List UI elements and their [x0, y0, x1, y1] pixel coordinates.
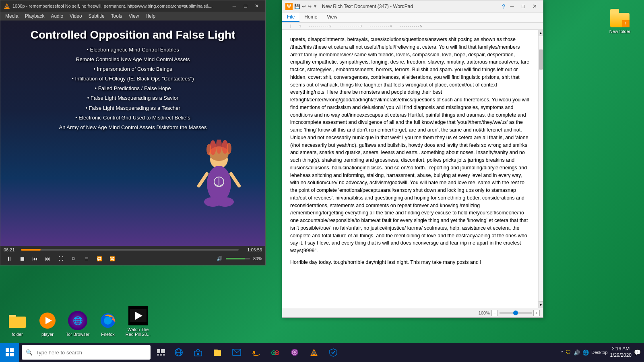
tab-file[interactable]: File [282, 12, 299, 22]
taskbar-search-bar[interactable]: 🔍 [22, 345, 151, 360]
security-icon [329, 348, 338, 357]
start-button[interactable] [0, 343, 19, 362]
wordpad-minimize-button[interactable]: ─ [507, 2, 517, 10]
svg-rect-44 [214, 350, 221, 356]
taskbar-time-display[interactable]: 2:19 AM 1/29/2020 [610, 346, 632, 358]
vlc-fullscreen-button[interactable]: ⛶ [55, 254, 66, 263]
vlc-menu-tools[interactable]: Tools [108, 12, 126, 20]
taskbar-antivirus-icon[interactable]: 🛡 [566, 349, 571, 356]
taskbar-ie-button[interactable] [169, 343, 188, 362]
taskbar-search-icon: 🔍 [26, 349, 33, 356]
svg-line-16 [231, 174, 239, 186]
vlc-menu-media[interactable]: Media [2, 12, 22, 20]
vlc-pause-button[interactable]: ⏸ [4, 254, 15, 263]
svg-point-25 [104, 317, 112, 325]
desktop-icon-firefox[interactable]: Firefox [94, 311, 122, 337]
video-icon-graphic [128, 306, 148, 325]
taskbar-explorer-button[interactable] [208, 343, 227, 362]
taskbar-mail-button[interactable] [227, 343, 246, 362]
wordpad-content[interactable]: upsets, disappointments, betrayals, cure… [282, 30, 538, 308]
video-figure [197, 140, 241, 218]
vlc-volume-bar[interactable] [226, 258, 250, 259]
new-folder-icon-desktop[interactable]: ! New folder [604, 8, 636, 34]
vlc-controls: 06:21 1:06:53 ⏸ ⏹ ⏮ ⏭ ⛶ ⧉ ☰ 🔁 🔀 🔊 [0, 246, 265, 265]
tab-home[interactable]: Home [299, 12, 322, 22]
quick-undo-icon[interactable]: ↩ [302, 4, 306, 9]
vlc-video-content: Controlled Opposition and False Light • … [0, 21, 265, 246]
vlc-progress-bar[interactable] [21, 249, 239, 251]
wordpad-help-icon[interactable]: ? [502, 3, 505, 10]
vlc-extended-button[interactable]: ⧉ [68, 254, 79, 263]
vlc-menu-video[interactable]: Video [66, 12, 85, 20]
desktop-icon-video[interactable]: Watch The Red Pill 20... [124, 306, 152, 337]
taskbar-amazon-button[interactable]: a [246, 343, 266, 362]
svg-marker-47 [259, 354, 260, 356]
bullet-3: • Impersonation of Cosmic Beings [8, 65, 257, 74]
folder-icon-label: folder [12, 332, 23, 337]
vlc-next-button[interactable]: ⏭ [42, 254, 54, 263]
ruler-content: | 1 · · · · · · · · · · 2 · · · · · · · … [282, 23, 543, 29]
taskbar-volume-icon[interactable]: 🔊 [574, 350, 580, 356]
vlc-menu-playback[interactable]: Playback [22, 12, 48, 20]
wordpad-content-wrapper: upsets, disappointments, betrayals, cure… [282, 30, 543, 308]
taskbar-action-center-icon[interactable]: 💬 [634, 349, 641, 356]
vlc-titlebar: 1080p - rememberlessfool No self, no fre… [0, 0, 265, 12]
system-tray-chevron[interactable]: ^ [561, 350, 564, 355]
bullet-2: Remote Controlled New Age Mind Control A… [8, 55, 257, 64]
zoom-plus-button[interactable]: + [533, 310, 540, 316]
svg-point-18 [216, 197, 234, 207]
zoom-percent-label: 100% [479, 311, 490, 315]
vlc-close-button[interactable]: ✕ [252, 2, 262, 10]
wordpad-close-button[interactable]: ✕ [529, 2, 540, 10]
taskbar-store-button[interactable] [188, 343, 208, 362]
quick-customize-icon[interactable]: ▼ [313, 4, 317, 8]
taskbar-date: 1/29/2020 [610, 352, 632, 359]
taskbar-search-input[interactable] [36, 350, 147, 356]
vlc-minimize-button[interactable]: ─ [229, 2, 239, 10]
vlc-menu-help[interactable]: Help [142, 12, 159, 20]
quick-save-icon[interactable]: 💾 [294, 4, 300, 9]
desktop-icon-player[interactable]: player [33, 311, 62, 337]
wordpad-scrollbar[interactable]: ▲ ▼ [538, 30, 543, 308]
vlc-title-text: 1080p - rememberlessfool No self, no fre… [12, 4, 229, 8]
vlc-menu-subtitle[interactable]: Subtitle [85, 12, 108, 20]
wordpad-title-left: W 💾 ↩ ↪ ▼ New Rich Text Document (347) -… [285, 3, 413, 10]
quick-redo-icon[interactable]: ↪ [308, 4, 312, 9]
taskbar-network-icon[interactable]: 🌐 [582, 350, 589, 356]
tab-view[interactable]: View [322, 12, 342, 22]
bullet-7: • False Light Masquerading as a Teacher [8, 104, 257, 113]
vlc-prev-button[interactable]: ⏮ [29, 254, 41, 263]
task-view-icon [157, 349, 165, 356]
taskbar-vlc-button[interactable] [304, 343, 324, 362]
vlc-menu-audio[interactable]: Audio [47, 12, 66, 20]
scroll-up-button[interactable]: ▲ [539, 30, 543, 36]
vlc-shuffle-button[interactable]: 🔀 [107, 254, 118, 263]
vlc-progress-row: 06:21 1:06:53 [4, 247, 262, 252]
taskbar-security-button[interactable] [324, 343, 343, 362]
vlc-maximize-button[interactable]: □ [240, 2, 251, 10]
zoom-minus-button[interactable]: − [491, 310, 498, 316]
vlc-playlist-button[interactable]: ☰ [81, 254, 92, 263]
scroll-track[interactable] [539, 36, 543, 301]
taskbar-desktop-label[interactable]: Desktop [591, 350, 607, 355]
desktop-icon-tor[interactable]: 🌐 Tor Browser [64, 311, 92, 337]
taskbar-tor-button[interactable] [285, 343, 304, 362]
player-icon-label: player [41, 332, 54, 337]
taskbar-tripadvisor-button[interactable] [266, 343, 285, 362]
player-icon-img [38, 311, 57, 330]
scroll-thumb[interactable] [539, 49, 543, 70]
explorer-icon [213, 348, 222, 357]
wordpad-maximize-button[interactable]: □ [518, 2, 528, 10]
desktop-icon-folder[interactable]: folder [3, 311, 31, 337]
svg-rect-35 [160, 354, 162, 356]
vlc-menu-view[interactable]: View [126, 12, 142, 20]
scroll-down-button[interactable]: ▼ [539, 301, 543, 308]
zoom-slider[interactable] [500, 312, 532, 314]
task-view-button[interactable] [154, 345, 168, 360]
svg-rect-29 [10, 348, 14, 352]
vlc-loop-button[interactable]: 🔁 [94, 254, 105, 263]
vlc-video-area[interactable]: Controlled Opposition and False Light • … [0, 21, 265, 246]
vlc-stop-button[interactable]: ⏹ [17, 254, 28, 263]
svg-point-9 [227, 143, 231, 154]
svg-rect-33 [161, 349, 165, 353]
